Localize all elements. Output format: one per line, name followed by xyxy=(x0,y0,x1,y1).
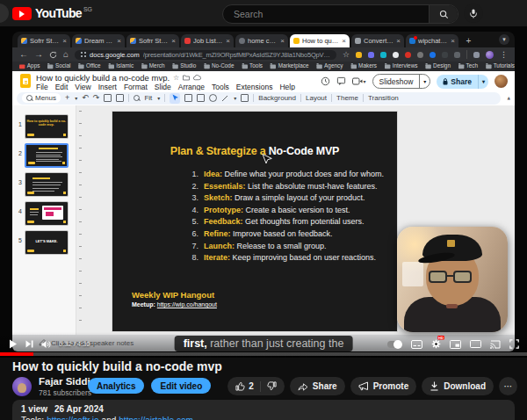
collapse-toolbar-icon[interactable] xyxy=(504,95,510,101)
transition-button[interactable]: Transition xyxy=(368,94,399,102)
insert-shape-icon[interactable] xyxy=(209,94,217,102)
bookmark-merch[interactable]: Merch xyxy=(141,63,165,69)
redo-button[interactable]: ↷ xyxy=(93,94,100,102)
progress-bar[interactable] xyxy=(0,352,527,356)
document-title[interactable]: How to quickly build a no-code mvp. xyxy=(36,73,170,83)
search-button[interactable] xyxy=(429,5,458,23)
extension-icon[interactable] xyxy=(417,52,423,58)
more-actions-button[interactable] xyxy=(499,377,517,395)
new-tab-button[interactable] xyxy=(463,35,474,47)
print-icon[interactable] xyxy=(104,94,112,102)
tab-close-icon[interactable] xyxy=(396,38,401,45)
bookmark-makers[interactable]: Makers xyxy=(350,63,377,69)
insert-placeholder-icon[interactable] xyxy=(241,94,249,102)
home-button[interactable]: ⌂ xyxy=(63,50,69,59)
search-bar[interactable]: Search xyxy=(222,4,458,24)
new-slide-dropdown-icon[interactable]: ▾ xyxy=(75,95,77,101)
bookmark-apps[interactable]: Apps xyxy=(19,63,40,69)
extension-icon[interactable] xyxy=(393,52,399,58)
star-icon[interactable]: ☆ xyxy=(173,74,179,82)
move-folder-icon[interactable] xyxy=(183,75,190,81)
bookmark-studio[interactable]: Studio xyxy=(172,63,196,69)
tab-close-icon[interactable] xyxy=(117,38,121,45)
slide-thumbnail-1[interactable]: How to quickly build a no-code mvp. xyxy=(25,114,69,139)
promote-button[interactable]: Promote xyxy=(350,377,417,395)
browser-tab-8[interactable]: wipchat/wipecc4 xyxy=(406,34,458,47)
browser-tab-1[interactable]: Sofrr Studio xyxy=(18,34,70,47)
bookmark-tutorials[interactable]: Tutorials & Courses xyxy=(486,63,515,69)
bookmark-star-icon[interactable]: ☆ xyxy=(343,50,350,59)
bookmark-agency[interactable]: Agency xyxy=(316,63,343,69)
extension-icon[interactable] xyxy=(430,52,436,58)
paint-format-icon[interactable] xyxy=(116,94,124,102)
slides-account-avatar[interactable] xyxy=(495,75,508,88)
next-button[interactable] xyxy=(25,340,33,348)
share-dropdown-icon[interactable]: ▾ xyxy=(478,75,488,89)
dislike-button[interactable] xyxy=(267,381,277,391)
zoom-level-select[interactable]: Fit xyxy=(144,94,152,102)
browser-tab-2[interactable]: Dream Jobs in Tech xyxy=(72,34,125,47)
comments-icon[interactable] xyxy=(336,76,346,86)
play-button[interactable] xyxy=(9,339,18,349)
analytics-button[interactable]: Analytics xyxy=(88,378,144,394)
bookmark-interviews[interactable]: Interviews xyxy=(385,63,418,69)
miniplayer-button[interactable] xyxy=(450,340,461,349)
browser-tab-4[interactable]: Job Listing by Sofrr xyxy=(181,34,234,47)
meetup-link[interactable]: https://wip.co/hangout xyxy=(157,301,217,308)
slide-canvas[interactable]: Plan & Strategize a No-Code MVP 1.Idea: … xyxy=(112,112,397,331)
extension-icon[interactable] xyxy=(380,52,386,58)
description-link-softr[interactable]: https://softr.io xyxy=(47,416,98,420)
browser-tab-5[interactable]: home care elderly xyxy=(235,34,288,47)
reload-button[interactable] xyxy=(49,51,57,59)
line-dropdown-icon[interactable]: ▾ xyxy=(234,95,236,101)
search-input[interactable]: Search xyxy=(234,9,429,19)
insert-image-icon[interactable] xyxy=(197,94,205,102)
address-bar[interactable]: docs.google.com /presentation/d/1WkE_mZI… xyxy=(75,50,336,60)
meet-camera-icon[interactable]: ▾ xyxy=(352,77,366,85)
chrome-profile-avatar[interactable] xyxy=(486,51,494,59)
layout-button[interactable]: Layout xyxy=(306,94,327,102)
tab-close-icon[interactable] xyxy=(62,38,67,45)
bookmark-islamic[interactable]: Islamic xyxy=(108,63,134,69)
undo-button[interactable]: ↶ xyxy=(82,94,89,102)
bookmark-marketplace[interactable]: Marketplace xyxy=(271,63,309,69)
slide-thumbnail-2-selected[interactable] xyxy=(25,143,69,168)
select-tool-button[interactable] xyxy=(170,93,180,104)
extension-icon[interactable] xyxy=(368,52,374,58)
like-button[interactable]: 2 xyxy=(235,381,254,391)
browser-tab-active[interactable]: How to quickly build a xyxy=(290,34,350,47)
back-button[interactable]: ← xyxy=(19,50,28,59)
slideshow-button[interactable]: Slideshow ▾ xyxy=(372,74,431,89)
slide-thumbnail-3[interactable] xyxy=(25,172,69,197)
bookmark-tech[interactable]: Tech xyxy=(458,63,478,69)
subtitles-button[interactable] xyxy=(411,340,422,349)
tab-close-icon[interactable] xyxy=(451,38,455,45)
version-history-icon[interactable] xyxy=(321,76,330,86)
zoom-dropdown-icon[interactable]: ▾ xyxy=(157,95,160,101)
mic-button[interactable] xyxy=(464,4,483,23)
bookmark-tools[interactable]: Tools xyxy=(242,63,263,69)
video-player[interactable]: Sofrr Studio Dream Jobs in Tech Sofrr St… xyxy=(0,26,527,358)
extension-icon[interactable] xyxy=(405,52,411,58)
autoplay-toggle[interactable] xyxy=(387,341,402,348)
youtube-logo[interactable]: YouTube SG xyxy=(12,6,92,20)
zoom-icon[interactable] xyxy=(134,95,140,101)
theme-button[interactable]: Theme xyxy=(336,94,358,102)
edit-video-button[interactable]: Edit video xyxy=(151,378,211,394)
settings-button[interactable]: HD xyxy=(431,339,441,349)
insert-line-icon[interactable] xyxy=(221,95,228,102)
bookmark-design[interactable]: Design xyxy=(425,63,451,69)
slide-thumbnail-5[interactable]: LET'S MAKE. xyxy=(25,230,69,255)
tab-search-button[interactable] xyxy=(499,34,509,45)
theater-mode-button[interactable] xyxy=(470,340,481,348)
slide-thumbnail-4[interactable] xyxy=(25,201,69,226)
extension-icon[interactable] xyxy=(442,52,448,58)
fullscreen-button[interactable] xyxy=(509,339,519,349)
download-button[interactable]: Download xyxy=(422,377,494,395)
bookmark-office[interactable]: Office xyxy=(78,63,100,69)
tab-close-icon[interactable] xyxy=(171,38,176,45)
volume-icon[interactable] xyxy=(41,340,51,349)
tab-close-icon[interactable] xyxy=(280,38,285,45)
description-box[interactable]: 1 view 26 Apr 2024 Tools: https://softr.… xyxy=(12,400,515,420)
google-slides-icon[interactable] xyxy=(20,74,31,88)
